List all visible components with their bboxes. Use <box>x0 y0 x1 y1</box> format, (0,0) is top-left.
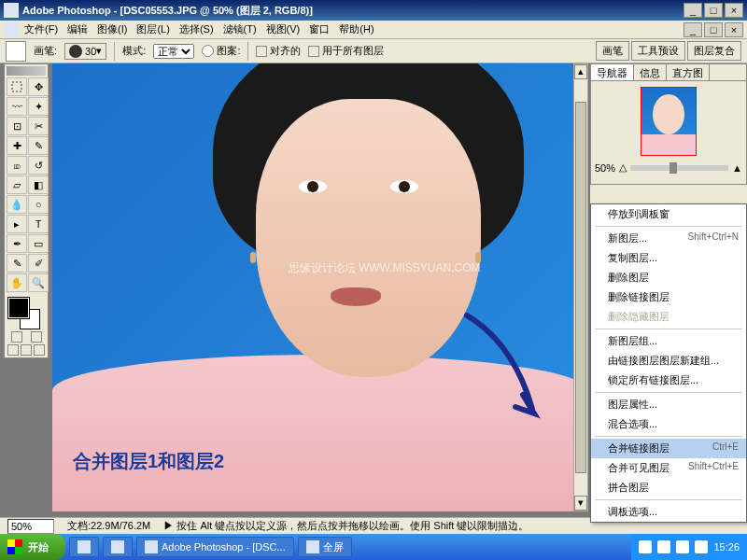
toolbox-grip[interactable] <box>7 66 46 76</box>
gradient-tool[interactable]: ◧ <box>28 175 49 194</box>
menu-help[interactable]: 帮助(H) <box>339 22 374 36</box>
taskbar-app-fullscreen[interactable]: 全屏 <box>298 537 352 557</box>
stamp-tool[interactable]: ⎄ <box>7 156 27 175</box>
quicklaunch-item[interactable] <box>103 537 133 557</box>
mi-palette-opts[interactable]: 调板选项... <box>591 502 746 522</box>
windows-taskbar: 开始 Adobe Photoshop - [DSC... 全屏 15:26 <box>0 534 747 560</box>
pen-tool[interactable]: ✒ <box>7 234 27 253</box>
menu-select[interactable]: 选择(S) <box>179 22 214 36</box>
navigator-thumb[interactable] <box>641 87 697 156</box>
photoshop-icon <box>4 3 19 18</box>
navigator-panel: 导航器 信息 直方图 50% △ ▲ <box>590 63 747 185</box>
menu-view[interactable]: 视图(V) <box>266 22 301 36</box>
mi-del-linked[interactable]: 删除链接图层 <box>591 287 746 307</box>
mi-merge-linked[interactable]: 合并链接图层Ctrl+E <box>591 439 746 458</box>
menu-filter[interactable]: 滤镜(T) <box>223 22 257 36</box>
quicklaunch-item[interactable] <box>69 537 99 557</box>
document-canvas[interactable]: 思缘设计论坛 WWW.MISSYUAN.COM 合并图层1和图层2 <box>52 63 588 511</box>
layers-flyout-menu: 停放到调板窗 新图层...Shift+Ctrl+N 复制图层... 删除图层 删… <box>590 203 747 523</box>
brush-tool[interactable]: ✎ <box>28 136 49 155</box>
vertical-scrollbar[interactable]: ▴ ▾ <box>573 63 588 511</box>
slice-tool[interactable]: ✂ <box>28 117 49 135</box>
dock-brush-tab[interactable]: 画笔 <box>596 41 629 61</box>
wand-tool[interactable]: ✦ <box>28 97 49 116</box>
mi-props[interactable]: 图层属性... <box>591 395 746 414</box>
menu-edit[interactable]: 编辑 <box>67 22 88 36</box>
fg-color[interactable] <box>8 298 29 318</box>
start-button[interactable]: 开始 <box>0 534 65 560</box>
tray-icon[interactable] <box>639 540 652 553</box>
scroll-thumb-v[interactable] <box>575 102 586 473</box>
tray-icon[interactable] <box>676 540 689 553</box>
mi-flatten[interactable]: 拼合图层 <box>591 478 746 497</box>
doc-close-button[interactable]: × <box>725 22 743 37</box>
pattern-radio[interactable]: 图案: <box>202 44 240 58</box>
nav-zoom-slider[interactable] <box>630 165 728 171</box>
screen-standard[interactable] <box>7 344 19 356</box>
history-brush-tool[interactable]: ↺ <box>28 156 49 175</box>
mi-del-hidden: 删除隐藏图层 <box>591 307 746 327</box>
use-all-layers-checkbox[interactable]: 用于所有图层 <box>308 44 384 58</box>
nav-zoom-in[interactable]: ▲ <box>732 162 742 174</box>
system-tray[interactable]: 15:26 <box>631 534 747 560</box>
mi-dock[interactable]: 停放到调板窗 <box>591 204 746 224</box>
mode-select[interactable]: 正常 <box>153 44 194 59</box>
heal-tool[interactable]: ✚ <box>7 136 27 155</box>
screen-full[interactable] <box>34 344 45 356</box>
lasso-tool[interactable]: 〰 <box>7 97 27 116</box>
mi-set-from-linked[interactable]: 由链接图层图层新建组... <box>591 351 746 371</box>
notes-tool[interactable]: ✎ <box>7 254 27 273</box>
aligned-checkbox[interactable]: 对齐的 <box>256 44 301 58</box>
nav-zoom-out[interactable]: △ <box>619 161 627 174</box>
windows-flag-icon <box>7 539 22 554</box>
mi-del-layer[interactable]: 删除图层 <box>591 268 746 287</box>
quickmask-off[interactable] <box>11 331 22 343</box>
tab-navigator[interactable]: 导航器 <box>591 64 634 80</box>
doc-restore-button[interactable]: □ <box>704 22 723 37</box>
eraser-tool[interactable]: ▱ <box>7 175 27 194</box>
dock-toolpreset-tab[interactable]: 工具预设 <box>631 41 685 61</box>
marquee-tool[interactable] <box>7 77 27 96</box>
mi-blend-opts[interactable]: 混合选项... <box>591 414 746 434</box>
mi-new-set[interactable]: 新图层组... <box>591 331 746 351</box>
brush-picker[interactable]: 30 ▾ <box>64 43 106 60</box>
tray-icon[interactable] <box>657 540 670 553</box>
shape-tool[interactable]: ▭ <box>28 234 49 253</box>
color-swatches[interactable] <box>7 296 46 329</box>
dodge-tool[interactable]: ○ <box>28 195 49 214</box>
tray-icon[interactable] <box>695 540 708 553</box>
taskbar-app-photoshop[interactable]: Adobe Photoshop - [DSC... <box>136 537 294 557</box>
tab-info[interactable]: 信息 <box>634 64 667 80</box>
mi-new-layer[interactable]: 新图层...Shift+Ctrl+N <box>591 229 746 248</box>
doc-minimize-button[interactable]: _ <box>684 22 702 37</box>
minimize-button[interactable]: _ <box>684 3 702 18</box>
mi-merge-visible[interactable]: 合并可见图层Shift+Ctrl+E <box>591 458 746 478</box>
scroll-down-button[interactable]: ▾ <box>574 496 587 511</box>
hand-tool[interactable]: ✋ <box>7 273 27 292</box>
zoom-tool[interactable]: 🔍 <box>28 273 49 292</box>
menu-window[interactable]: 窗口 <box>309 22 330 36</box>
close-button[interactable]: × <box>725 3 743 18</box>
scroll-up-button[interactable]: ▴ <box>574 64 587 79</box>
active-tool-icon[interactable] <box>6 41 26 62</box>
menu-layer[interactable]: 图层(L) <box>136 22 169 36</box>
tab-histogram[interactable]: 直方图 <box>667 64 710 80</box>
maximize-button[interactable]: □ <box>704 3 723 18</box>
screen-full-menu[interactable] <box>21 344 32 356</box>
ie-icon <box>78 540 91 553</box>
mi-dup-layer[interactable]: 复制图层... <box>591 248 746 268</box>
desktop-icon <box>111 540 124 553</box>
move-tool[interactable]: ✥ <box>28 77 49 96</box>
zoom-field[interactable]: 50% <box>7 519 54 534</box>
type-tool[interactable]: T <box>28 215 49 233</box>
path-select-tool[interactable]: ▸ <box>7 215 27 233</box>
quickmask-on[interactable] <box>31 331 42 343</box>
dock-layercomp-tab[interactable]: 图层复合 <box>687 41 741 61</box>
crop-tool[interactable]: ⊡ <box>7 117 27 135</box>
window-title: Adobe Photoshop - [DSC05553.JPG @ 50% (图… <box>22 4 684 18</box>
mi-lock-linked[interactable]: 锁定所有链接图层... <box>591 371 746 390</box>
eyedropper-tool[interactable]: ✐ <box>28 254 49 273</box>
menu-image[interactable]: 图像(I) <box>97 22 127 36</box>
blur-tool[interactable]: 💧 <box>7 195 27 214</box>
menu-file[interactable]: 文件(F) <box>24 22 58 36</box>
